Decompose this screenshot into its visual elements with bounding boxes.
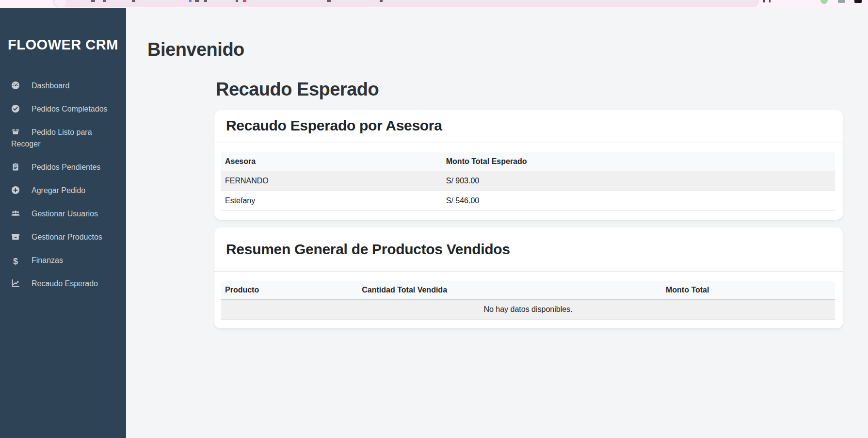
column-header-monto-total-esperado: Monto Total Esperado xyxy=(442,152,835,171)
archive-box-icon xyxy=(11,232,20,241)
sidebar: FLOOWER CRM Dashboard Pedidos Completado… xyxy=(0,8,126,438)
sidebar-item-finanzas[interactable]: $Finanzas xyxy=(0,249,126,272)
card-title: Resumen General de Productos Vendidos xyxy=(214,227,843,272)
sidebar-item-gestionar-usuarios[interactable]: Gestionar Usuarios xyxy=(0,202,126,226)
monto-cell: S/ 903.00 xyxy=(442,171,835,191)
chart-line-icon xyxy=(11,279,20,288)
column-header-asesora: Asesora xyxy=(221,152,442,171)
check-circle-icon xyxy=(11,104,20,113)
column-header-monto-total: Monto Total xyxy=(662,281,835,300)
clipboard-icon xyxy=(11,162,20,171)
browser-toolbar-fragment xyxy=(769,0,771,2)
asesora-cell: FERNANDO xyxy=(221,171,442,191)
gauge-icon xyxy=(11,81,20,90)
sidebar-item-agregar-pedido[interactable]: Agregar Pedido xyxy=(0,179,126,202)
table-row: Estefany S/ 546.00 xyxy=(221,191,835,211)
plus-circle-icon xyxy=(11,186,20,195)
browser-topbar xyxy=(0,0,868,8)
sidebar-item-label: Finanzas xyxy=(32,256,63,264)
box-open-icon xyxy=(11,128,20,136)
asesora-table-wrap: Asesora Monto Total Esperado FERNANDO S/… xyxy=(214,143,843,220)
sidebar-item-label: Gestionar Usuarios xyxy=(32,210,98,218)
table-row: FERNANDO S/ 903.00 xyxy=(221,171,835,191)
browser-url-bar[interactable] xyxy=(52,0,759,7)
recaudo-section: Recaudo Esperado Recaudo Esperado por As… xyxy=(214,78,843,328)
sidebar-item-label: Agregar Pedido xyxy=(32,186,85,195)
asesora-cell: Estefany xyxy=(221,191,442,211)
page-title: Recaudo Esperado xyxy=(214,78,843,100)
table-header-row: Asesora Monto Total Esperado xyxy=(221,152,835,171)
productos-table: Producto Cantidad Total Vendida Monto To… xyxy=(221,281,835,320)
table-header-row: Producto Cantidad Total Vendida Monto To… xyxy=(221,281,835,300)
reload-icon[interactable] xyxy=(55,0,66,7)
monto-cell: S/ 546.00 xyxy=(442,191,835,211)
card-title: Recaudo Esperado por Asesora xyxy=(214,110,843,143)
card-recaudo-por-asesora: Recaudo Esperado por Asesora Asesora Mon… xyxy=(214,110,843,220)
welcome-title: Bienvenido xyxy=(147,38,843,61)
sidebar-item-pedidos-completados[interactable]: Pedidos Completados xyxy=(0,97,126,121)
productos-table-wrap: Producto Cantidad Total Vendida Monto To… xyxy=(214,272,843,328)
sidebar-item-label: Recaudo Esperado xyxy=(32,279,98,288)
column-header-cantidad-total-vendida: Cantidad Total Vendida xyxy=(358,281,662,300)
sidebar-item-label: Pedidos Completados xyxy=(32,105,108,113)
sidebar-item-pedido-listo-para-recoger[interactable]: Pedido Listo para Recoger xyxy=(0,121,126,156)
column-header-producto: Producto xyxy=(221,281,358,300)
menu-icon[interactable] xyxy=(854,0,862,3)
sidebar-item-recaudo-esperado[interactable]: Recaudo Esperado xyxy=(0,272,126,295)
sidebar-item-label: Dashboard xyxy=(32,81,69,90)
sidebar-item-label: Pedidos Pendientes xyxy=(32,163,100,171)
sidebar-item-label: Gestionar Productos xyxy=(32,233,102,241)
dollar-icon: $ xyxy=(11,257,20,266)
app-logo: FLOOWER CRM xyxy=(0,8,126,54)
profile-avatar-icon[interactable] xyxy=(820,0,828,4)
sidebar-item-label: Pedido Listo para Recoger xyxy=(11,128,92,148)
main-content: Bienvenido Recaudo Esperado Recaudo Espe… xyxy=(126,8,868,438)
sidebar-item-dashboard[interactable]: Dashboard xyxy=(0,74,126,97)
sidebar-item-pedidos-pendientes[interactable]: Pedidos Pendientes xyxy=(0,156,126,179)
browser-toolbar-fragment xyxy=(763,0,765,2)
asesora-table: Asesora Monto Total Esperado FERNANDO S/… xyxy=(221,152,835,211)
empty-table-row: No hay datos disponibles. xyxy=(221,300,835,320)
empty-message: No hay datos disponibles. xyxy=(221,300,835,320)
extensions-icon[interactable] xyxy=(838,0,845,3)
card-resumen-productos: Resumen General de Productos Vendidos Pr… xyxy=(214,227,843,328)
sidebar-item-gestionar-productos[interactable]: Gestionar Productos xyxy=(0,226,126,249)
users-icon xyxy=(11,209,20,218)
sidebar-nav: Dashboard Pedidos Completados Pedido Lis… xyxy=(0,74,126,295)
